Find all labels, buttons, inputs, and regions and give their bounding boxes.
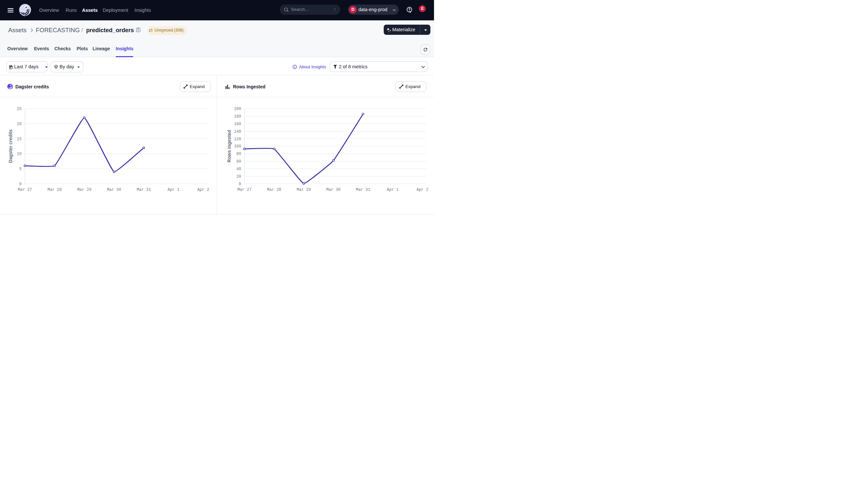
svg-text:180: 180 [234, 114, 241, 119]
svg-text:Mar 31: Mar 31 [356, 187, 370, 192]
svg-text:0: 0 [19, 182, 21, 187]
svg-text:10: 10 [17, 152, 21, 156]
svg-text:5: 5 [19, 167, 21, 171]
svg-text:Mar 30: Mar 30 [326, 187, 340, 192]
svg-text:140: 140 [234, 129, 241, 134]
svg-text:Mar 29: Mar 29 [77, 187, 91, 192]
svg-text:40: 40 [237, 167, 241, 171]
svg-text:Mar 29: Mar 29 [296, 187, 311, 192]
svg-text:Apr 2: Apr 2 [417, 187, 429, 192]
svg-text:Apr 1: Apr 1 [168, 187, 179, 192]
svg-text:Apr 2: Apr 2 [197, 187, 209, 192]
svg-text:Apr 1: Apr 1 [387, 187, 398, 192]
svg-text:20: 20 [17, 122, 21, 127]
svg-text:20: 20 [237, 174, 241, 179]
svg-text:Mar 30: Mar 30 [107, 187, 121, 192]
svg-text:80: 80 [237, 152, 241, 156]
svg-text:Dagster credits: Dagster credits [8, 129, 13, 163]
svg-text:Mar 31: Mar 31 [137, 187, 151, 192]
svg-text:?: ? [408, 8, 410, 12]
svg-text:25: 25 [17, 107, 21, 112]
svg-text:120: 120 [234, 137, 241, 142]
svg-text:60: 60 [237, 159, 241, 164]
svg-text:Mar 27: Mar 27 [238, 187, 252, 192]
svg-text:0: 0 [239, 182, 241, 187]
svg-text:15: 15 [17, 137, 21, 142]
svg-text:200: 200 [234, 107, 241, 112]
svg-text:Rows Ingested: Rows Ingested [227, 130, 232, 162]
svg-text:Mar 28: Mar 28 [267, 187, 281, 192]
svg-text:Mar 27: Mar 27 [18, 187, 32, 192]
svg-text:100: 100 [234, 144, 241, 149]
svg-text:160: 160 [234, 122, 241, 127]
svg-text:Mar 28: Mar 28 [47, 187, 62, 192]
